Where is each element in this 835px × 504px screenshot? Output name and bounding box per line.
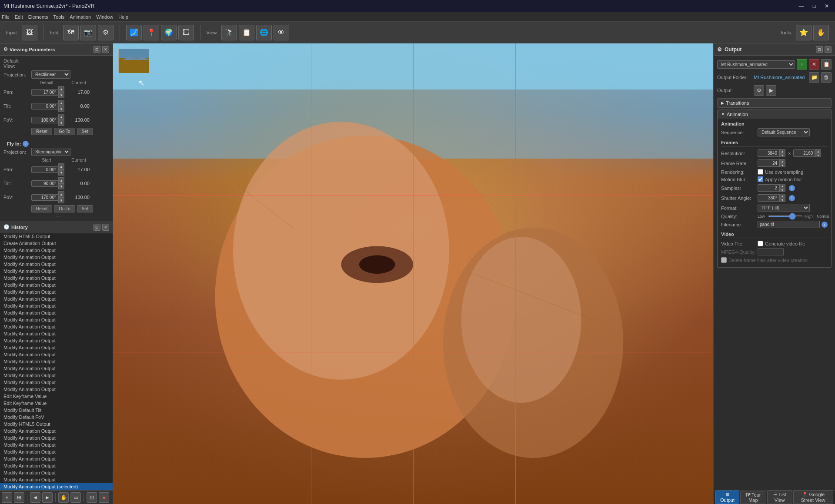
res-height-dn[interactable]: ▼ xyxy=(815,153,821,157)
history-item[interactable]: Modify Animation Output xyxy=(0,372,113,379)
fly-tilt-start-input[interactable] xyxy=(31,180,58,187)
res-width-input[interactable] xyxy=(758,149,779,157)
history-item[interactable]: Modify Animation Output xyxy=(0,288,113,295)
history-item[interactable]: Create Animation Output xyxy=(0,240,113,247)
history-item[interactable]: Modify Animation Output xyxy=(0,302,113,309)
generate-video-checkbox[interactable] xyxy=(758,241,763,246)
menu-animation[interactable]: Animation xyxy=(70,14,91,20)
play-output-btn[interactable]: ▶ xyxy=(766,85,776,96)
history-item[interactable]: Modify Animation Output xyxy=(0,476,113,483)
menu-help[interactable]: Help xyxy=(118,14,128,20)
history-item[interactable]: Modify Animation Output xyxy=(0,448,113,455)
motion-blur-checkbox[interactable] xyxy=(758,176,763,182)
output-nav-btn[interactable]: ⚙ Output xyxy=(715,491,739,504)
scene-thumbnail[interactable] xyxy=(118,49,149,73)
history-item[interactable]: Modify Animation Output xyxy=(0,330,113,337)
pan-default-input[interactable] xyxy=(31,89,58,96)
sequence-select[interactable]: Default Sequence xyxy=(758,128,810,136)
close-button[interactable]: ✕ xyxy=(822,2,832,10)
view-mode-btn[interactable]: ⊡ xyxy=(87,492,97,503)
history-item[interactable]: Modify Animation Output xyxy=(0,469,113,476)
clipboard-btn[interactable]: 📋 xyxy=(239,25,254,40)
fly-tilt-dn-btn[interactable]: ▼ xyxy=(58,183,64,189)
tilt-default-input[interactable] xyxy=(31,103,58,109)
history-item[interactable]: Modify Animation Output xyxy=(0,295,113,302)
projection-select[interactable]: Rectilinear xyxy=(31,70,70,79)
path-btn[interactable]: ▭ xyxy=(70,492,81,503)
fly-pan-up-btn[interactable]: ▲ xyxy=(58,163,64,169)
tilt-dn-btn[interactable]: ▼ xyxy=(58,106,64,112)
set-btn[interactable]: Set xyxy=(77,128,93,135)
history-item[interactable]: Modify Animation Output xyxy=(0,344,113,351)
oversampling-checkbox[interactable] xyxy=(758,169,763,175)
minimize-button[interactable]: — xyxy=(796,2,807,10)
list-view-nav-btn[interactable]: ☰ List View xyxy=(767,491,792,504)
film-btn[interactable]: 🎞 xyxy=(178,25,194,40)
maximize-button[interactable]: □ xyxy=(810,2,818,10)
clear-folder-btn[interactable]: 🗑 xyxy=(821,72,832,83)
dot-mode-btn[interactable]: ● xyxy=(99,492,109,503)
history-item[interactable]: Modify Animation Output xyxy=(0,247,113,254)
history-item[interactable]: Modify Default FoV xyxy=(0,414,113,421)
preview-btn[interactable]: 🔭 xyxy=(221,25,237,40)
history-item[interactable]: Modify Animation Output xyxy=(0,323,113,330)
history-item[interactable]: Modify Animation Output xyxy=(0,282,113,288)
history-close-btn[interactable]: ✕ xyxy=(102,224,109,231)
output-float-btn[interactable]: ⊡ xyxy=(816,46,823,53)
globe-btn[interactable]: 🌐 xyxy=(256,25,272,40)
fov-default-input[interactable] xyxy=(31,117,58,123)
history-item[interactable]: Modify Animation Output xyxy=(0,441,113,448)
grid-btn[interactable]: ⊞ xyxy=(14,492,24,503)
history-item[interactable]: Modify Animation Output xyxy=(0,261,113,268)
history-item[interactable]: Modify Animation Output xyxy=(0,358,113,365)
remove-output-btn[interactable]: ✕ xyxy=(809,59,819,70)
history-item[interactable]: Modify HTML5 Output xyxy=(0,233,113,240)
menu-elements[interactable]: Elements xyxy=(28,14,48,20)
menu-file[interactable]: File xyxy=(2,14,10,20)
history-item[interactable]: Modify Default Tilt xyxy=(0,407,113,414)
history-item[interactable]: Modify Animation Output (selected) xyxy=(0,483,113,490)
pan-up-btn[interactable]: ▲ xyxy=(58,86,64,92)
hand-right-btn[interactable]: ✋ xyxy=(813,25,829,40)
edit-skin-btn[interactable]: ⚙ xyxy=(98,25,114,40)
history-item[interactable]: Modify Animation Output xyxy=(0,309,113,316)
input-panorama-btn[interactable]: 🖼 xyxy=(22,25,37,40)
fov-dn-btn[interactable]: ▼ xyxy=(58,120,64,126)
samples-dn[interactable]: ▼ xyxy=(779,188,785,192)
eye-btn[interactable]: 👁 xyxy=(274,25,289,40)
res-width-dn[interactable]: ▼ xyxy=(779,153,785,157)
history-item[interactable]: Edit Keyframe Value xyxy=(0,393,113,400)
filename-input[interactable] xyxy=(758,221,820,228)
history-item[interactable]: Modify Animation Output xyxy=(0,275,113,282)
close-panel-btn[interactable]: ✕ xyxy=(102,46,109,53)
menu-edit[interactable]: Edit xyxy=(15,14,23,20)
history-item[interactable]: Modify Animation Output xyxy=(0,316,113,323)
samples-info[interactable]: i xyxy=(789,185,795,191)
fly-pan-dn-btn[interactable]: ▼ xyxy=(58,169,64,176)
map-btn[interactable]: 🗾 xyxy=(126,25,142,40)
edit-map-btn[interactable]: 🗺 xyxy=(63,25,79,40)
edit-hotspot-btn[interactable]: 📷 xyxy=(80,25,96,40)
history-item[interactable]: Modify Animation Output xyxy=(0,462,113,469)
menu-window[interactable]: Window xyxy=(96,14,113,20)
browse-folder-btn[interactable]: 📁 xyxy=(809,72,819,83)
hand-tool-btn[interactable]: ✋ xyxy=(58,492,69,503)
tilt-up-btn[interactable]: ▲ xyxy=(58,100,64,106)
history-item[interactable]: Modify Animation Output xyxy=(0,337,113,344)
samples-input[interactable] xyxy=(758,184,779,192)
history-item[interactable]: Modify Animation Output xyxy=(0,428,113,434)
history-item[interactable]: Modify HTML5 Output xyxy=(0,421,113,428)
fly-fov-dn-btn[interactable]: ▼ xyxy=(58,197,64,203)
menu-tools[interactable]: Tools xyxy=(53,14,65,20)
history-item[interactable]: Edit Keyframe Value xyxy=(0,400,113,407)
history-item[interactable]: Modify Animation Output xyxy=(0,268,113,275)
history-item[interactable]: Modify Animation Output xyxy=(0,351,113,358)
history-item[interactable]: Modify Animation Output xyxy=(0,434,113,441)
frame-rate-input[interactable] xyxy=(758,159,779,167)
google-street-nav-btn[interactable]: 📍 Google Street View xyxy=(793,491,833,504)
fly-set-btn[interactable]: Set xyxy=(77,205,93,212)
fly-tilt-up-btn[interactable]: ▲ xyxy=(58,177,64,183)
format-select[interactable]: TIFF (.tif) JPEG (.jpg) PNG (.png) xyxy=(758,204,810,212)
output-close-btn[interactable]: ✕ xyxy=(825,46,832,53)
res-height-input[interactable] xyxy=(793,149,815,157)
